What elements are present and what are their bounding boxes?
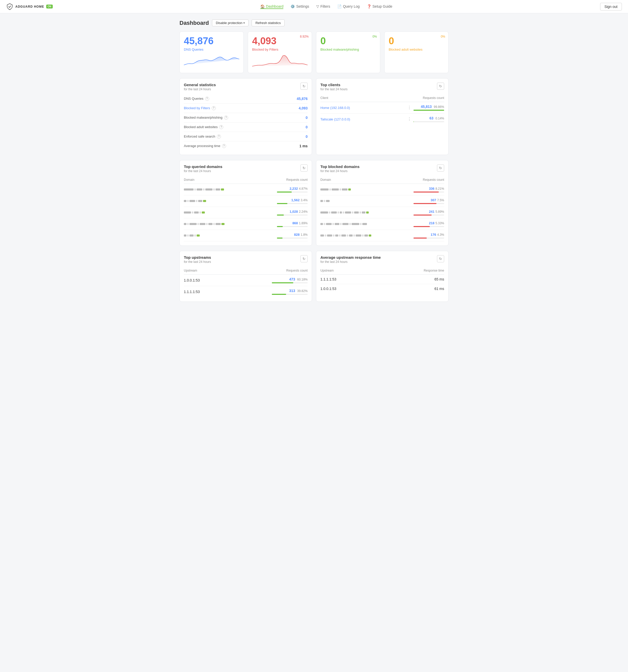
top-queried-domains-panel: Top queried domains for the last 24 hour… [179, 160, 312, 246]
top-queried-refresh-button[interactable]: ↻ [300, 164, 308, 172]
top-upstreams-subtitle: for the last 24 hours [184, 260, 211, 264]
queried-domain-count: 1,562 3.4% [277, 198, 308, 204]
top-queried-title: Top queried domains [184, 164, 222, 169]
blocked-malware-label: Blocked malware/phishing [320, 48, 376, 51]
avg-upstream-response-panel: Average upstream response time for the l… [316, 251, 449, 302]
client-row-home: Home (192.168.0.0) ⋮ 45,813 99.86% [320, 102, 444, 114]
blocked-domains-rows: 336 8.21%307 7.5%241 5.89%218 5.33%176 4… [320, 184, 444, 241]
top-blocked-subtitle: for the last 24 hours [320, 169, 360, 173]
avg-response-title: Average upstream response time [320, 255, 381, 260]
dns-queries-chart [184, 53, 239, 69]
upstream-2-progress [272, 294, 308, 295]
blocked-filters-link[interactable]: Blocked by Filters [184, 106, 210, 110]
top-clients-refresh-button[interactable]: ↻ [437, 82, 444, 90]
section-domains: Top queried domains for the last 24 hour… [179, 160, 449, 246]
upstream-row-2: 1.1.1.1:53 313 39.82% [184, 286, 308, 297]
malware-help-icon[interactable]: ? [224, 116, 228, 120]
blocked-domain-count: 307 7.5% [413, 198, 444, 204]
top-queried-header: Top queried domains for the last 24 hour… [184, 164, 308, 173]
general-stats-refresh-button[interactable]: ↻ [300, 82, 308, 90]
client-home-percent: 99.86% [434, 105, 444, 109]
stats-row-malware: Blocked malware/phishing ? 0 [184, 113, 308, 122]
brand: ADGUARD HOME ON [6, 3, 53, 10]
processing-time-help-icon[interactable]: ? [222, 144, 226, 148]
blocked-filters-help-icon[interactable]: ? [212, 106, 216, 110]
stats-row-blocked-filters: Blocked by Filters ? 4,093 [184, 103, 308, 113]
main-content: Dashboard Disable protection ▾ Refresh s… [173, 13, 455, 313]
stat-card-blocked-filters: 8.92% 4,093 Blocked by Filters [248, 31, 312, 73]
upstream-1-percent: 60.18% [297, 278, 308, 281]
blocked-domain-row: 336 8.21% [320, 184, 444, 195]
general-stats-panel: General statistics for the last 24 hours… [179, 78, 312, 155]
top-blocked-refresh-button[interactable]: ↻ [437, 164, 444, 172]
blocked-adult-value: 0 [389, 36, 444, 47]
refresh-statistics-button[interactable]: Refresh statistics [251, 19, 285, 26]
safesearch-help-icon[interactable]: ? [217, 135, 221, 139]
stats-row-processing-time: Average processing time ? 1 ms [184, 141, 308, 151]
blocked-domain-row: 218 5.33% [320, 218, 444, 230]
queried-domain-row: 868 1.89% [184, 218, 308, 230]
nav-links: 🏠 Dashboard ⚙️ Settings ▽ Filters 📄 Quer… [61, 4, 592, 9]
top-blocked-title: Top blocked domains [320, 164, 360, 169]
client-tailscale-link[interactable]: Tailscale (127.0.0.0) [320, 117, 350, 121]
dns-queries-stat-value: 45,876 [297, 97, 308, 101]
section-stats-clients: General statistics for the last 24 hours… [179, 78, 449, 155]
top-upstreams-refresh-button[interactable]: ↻ [300, 255, 308, 262]
avg-response-2-time: 61 ms [434, 287, 444, 291]
top-blocked-table-header: Domain Requests count [320, 176, 444, 184]
nav-settings[interactable]: ⚙️ Settings [290, 4, 309, 9]
top-blocked-domains-panel: Top blocked domains for the last 24 hour… [316, 160, 449, 246]
client-home-progress [413, 110, 444, 111]
avg-response-subtitle: for the last 24 hours [320, 260, 381, 264]
upstream-1-progress [272, 282, 308, 283]
sign-out-button[interactable]: Sign out [600, 3, 622, 10]
general-stats-subtitle: for the last 24 hours [184, 88, 216, 91]
avg-response-row-1: 1.1.1.1:53 65 ms [320, 274, 444, 284]
top-clients-header: Top clients for the last 24 hours ↻ [320, 82, 444, 91]
nav-dashboard[interactable]: 🏠 Dashboard [260, 4, 284, 9]
queried-domain-count: 828 1.8% [277, 233, 308, 239]
avg-response-1-time: 65 ms [434, 277, 444, 281]
client-home-progress-bar [413, 110, 444, 111]
avg-response-1-upstream: 1.1.1.1:53 [320, 277, 336, 281]
dropdown-arrow-icon: ▾ [243, 22, 245, 24]
avg-response-header: Average upstream response time for the l… [320, 255, 444, 264]
disable-protection-button[interactable]: Disable protection ▾ [212, 19, 248, 26]
top-upstreams-panel: Top upstreams for the last 24 hours ↻ Up… [179, 251, 312, 302]
upstream-1-name: 1.0.0.1:53 [184, 278, 200, 282]
dns-queries-help-icon[interactable]: ? [205, 97, 209, 101]
avg-response-refresh-button[interactable]: ↻ [437, 255, 444, 262]
dns-queries-label: DNS Queries [184, 48, 239, 51]
top-blocked-header: Top blocked domains for the last 24 hour… [320, 164, 444, 173]
upstream-row-1: 1.0.0.1:53 473 60.18% [184, 274, 308, 286]
upstream-1-count: 473 [289, 277, 295, 281]
page-title: Dashboard [179, 20, 209, 26]
client-home-count: 45,813 [421, 104, 432, 109]
processing-time-stat-value: 1 ms [299, 144, 308, 148]
top-clients-title: Top clients [320, 82, 347, 87]
blocked-adult-label: Blocked adult websites [389, 48, 444, 51]
client-home-menu-icon[interactable]: ⋮ [405, 105, 413, 110]
client-tailscale-count: 63 [430, 116, 434, 120]
blocked-filters-chart [252, 53, 308, 69]
client-tailscale-percent: 0.14% [435, 117, 444, 120]
client-tailscale-menu-icon[interactable]: ⋮ [405, 117, 413, 121]
adult-help-icon[interactable]: ? [219, 125, 223, 129]
blocked-domain-row: 176 4.3% [320, 230, 444, 241]
blocked-domain-count: 336 8.21% [413, 186, 444, 193]
page-header: Dashboard Disable protection ▾ Refresh s… [179, 19, 449, 26]
stats-row-adult: Blocked adult websites ? 0 [184, 122, 308, 132]
top-queried-table-header: Domain Requests count [184, 176, 308, 184]
top-queried-subtitle: for the last 24 hours [184, 169, 222, 173]
queried-domain-row: 828 1.8% [184, 230, 308, 241]
top-upstreams-table-header: Upstream Requests count [184, 267, 308, 274]
blocked-malware-percent: 0% [372, 35, 377, 38]
client-home-link[interactable]: Home (192.168.0.0) [320, 106, 350, 110]
nav-query-log[interactable]: 📄 Query Log [337, 4, 360, 9]
nav-filters[interactable]: ▽ Filters [316, 4, 330, 9]
adult-stat-value: 0 [306, 125, 308, 129]
upstream-2-name: 1.1.1.1:53 [184, 290, 200, 294]
blocked-domain-row: 241 5.89% [320, 207, 444, 218]
nav-setup-guide[interactable]: ❓ Setup Guide [367, 4, 392, 9]
navbar: ADGUARD HOME ON 🏠 Dashboard ⚙️ Settings … [0, 0, 628, 13]
